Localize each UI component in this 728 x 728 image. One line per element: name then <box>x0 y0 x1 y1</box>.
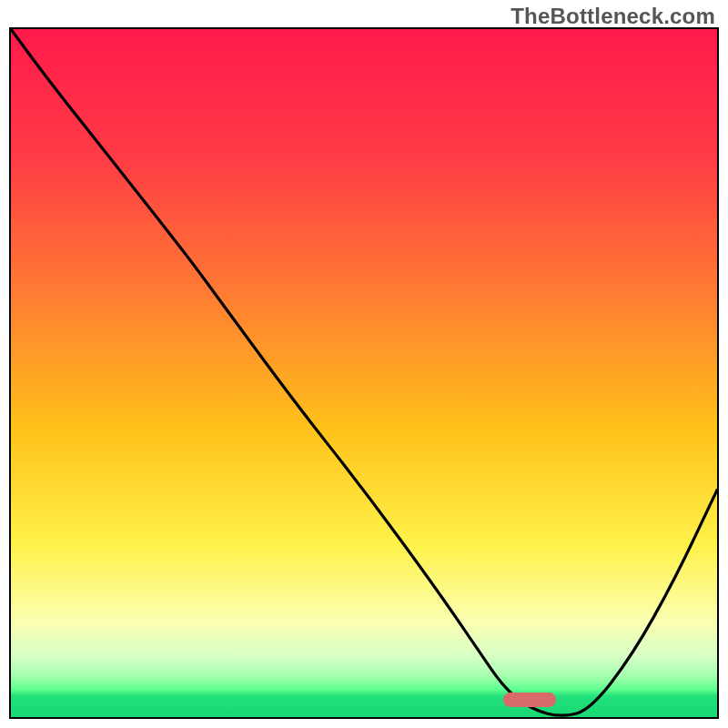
curve-path <box>11 29 717 715</box>
optimum-marker <box>503 693 556 707</box>
bottleneck-curve <box>11 29 717 717</box>
watermark-text: TheBottleneck.com <box>511 4 715 29</box>
chart-frame <box>9 27 719 719</box>
